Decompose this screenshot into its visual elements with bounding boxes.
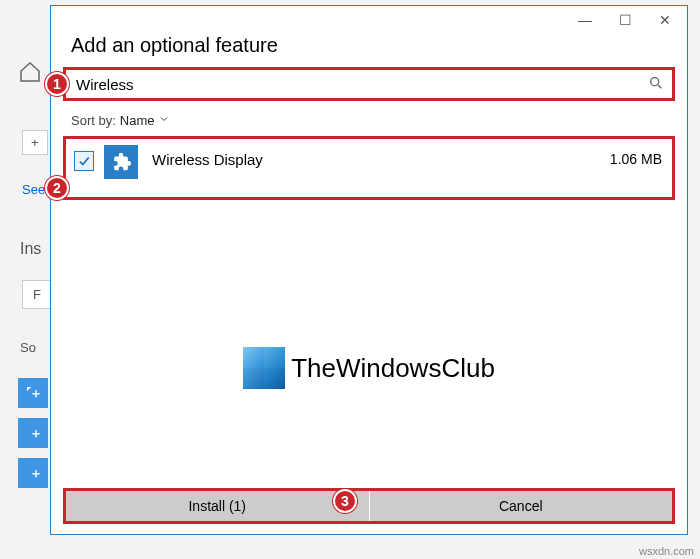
bg-see-link: See: [22, 182, 45, 197]
feature-size: 1.06 MB: [610, 145, 664, 167]
puzzle-icon: [104, 145, 138, 179]
sort-label: Sort by:: [71, 113, 116, 128]
watermark-logo: [243, 347, 285, 389]
add-optional-feature-dialog: — ☐ ✕ Add an optional feature Sort by: N…: [50, 5, 688, 535]
attribution: wsxdn.com: [639, 545, 694, 557]
bg-sort: So: [20, 340, 36, 355]
bg-tile-3: [18, 458, 48, 488]
annotation-badge-1: 1: [45, 72, 69, 96]
maximize-button[interactable]: ☐: [605, 8, 645, 32]
search-icon: [648, 75, 664, 94]
svg-line-1: [658, 85, 661, 88]
svg-point-0: [651, 77, 659, 85]
search-input[interactable]: [76, 76, 648, 93]
feature-list: Wireless Display 1.06 MB: [63, 136, 675, 200]
feature-checkbox[interactable]: [74, 151, 94, 171]
titlebar: — ☐ ✕: [51, 6, 687, 34]
dialog-title: Add an optional feature: [51, 34, 687, 67]
bg-installed-heading: Ins: [20, 240, 41, 258]
watermark: TheWindowsClub: [51, 347, 687, 389]
bg-tile-2: [18, 418, 48, 448]
search-box[interactable]: [63, 67, 675, 101]
annotation-badge-2: 2: [45, 176, 69, 200]
bg-add-button: +: [22, 130, 48, 155]
home-icon: [18, 60, 42, 84]
bg-f-box: F: [22, 280, 52, 309]
dialog-footer: Install (1) Cancel: [63, 488, 675, 524]
sort-value: Name: [120, 113, 155, 128]
watermark-text: TheWindowsClub: [291, 353, 495, 384]
bg-tile-1: [18, 378, 48, 408]
chevron-down-icon: [158, 113, 170, 128]
close-button[interactable]: ✕: [645, 8, 685, 32]
annotation-badge-3: 3: [333, 489, 357, 513]
sort-by[interactable]: Sort by: Name: [63, 101, 675, 136]
cancel-button[interactable]: Cancel: [369, 491, 673, 521]
feature-name[interactable]: Wireless Display: [148, 145, 600, 168]
minimize-button[interactable]: —: [565, 8, 605, 32]
install-button[interactable]: Install (1): [66, 491, 369, 521]
